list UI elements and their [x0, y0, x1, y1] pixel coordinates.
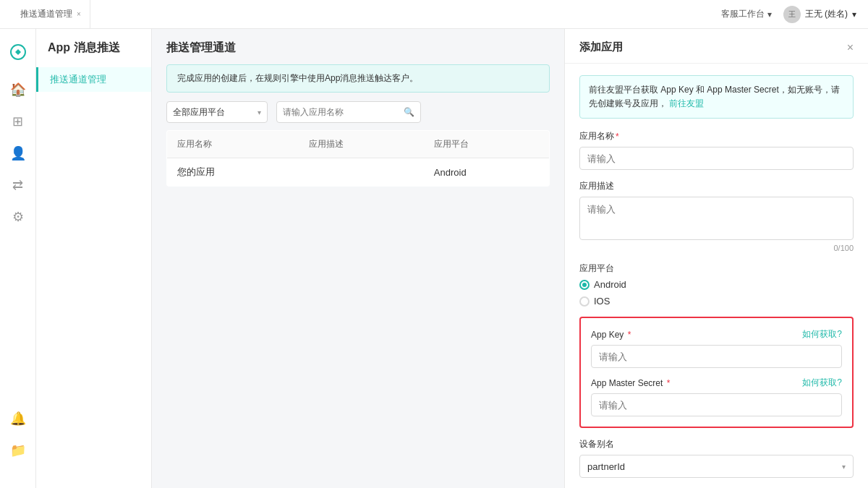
form-group-app-name: 应用名称 * — [579, 130, 854, 170]
app-name-label: 应用名称 * — [579, 130, 854, 142]
home-icon[interactable]: 🏠 — [4, 75, 33, 104]
form-group-app-desc: 应用描述 0/100 — [579, 180, 854, 252]
col-header-desc: 应用描述 — [299, 131, 424, 158]
tab-push-channel[interactable]: 推送通道管理 × — [12, 0, 90, 29]
info-tip-text: 前往友盟平台获取 App Key 和 App Master Secret，如无账… — [589, 85, 840, 108]
topbar: 推送通道管理 × 客服工作台 ▾ 王 王无 (姓名) ▾ — [0, 0, 868, 29]
exchange-icon[interactable]: ⇄ — [4, 171, 33, 200]
radio-ios-circle — [579, 296, 590, 307]
field-row-app-key: App Key * 如何获取? — [591, 328, 842, 368]
app-master-secret-header: App Master Secret * 如何获取? — [591, 377, 842, 389]
user-chevron: ▾ — [852, 9, 856, 20]
device-alias-chevron-icon: ▾ — [842, 463, 846, 471]
sidebar-icons: 🏠 ⊞ 👤 ⇄ ⚙ 🔔 📁 — [0, 29, 36, 488]
search-icon: 🔍 — [404, 107, 414, 117]
user-icon[interactable]: 👤 — [4, 139, 33, 168]
nav-item-push-channel[interactable]: 推送通道管理 — [36, 67, 151, 92]
app-name-required: * — [616, 132, 619, 142]
service-label: 客服工作台 — [721, 8, 765, 20]
info-banner-text: 完成应用的创建后，在规则引擎中使用App消息推送触达客户。 — [177, 73, 418, 83]
radio-ios-label: IOS — [594, 296, 610, 307]
right-panel: 添加应用 × 前往友盟平台获取 App Key 和 App Master Sec… — [564, 29, 868, 488]
user-info[interactable]: 王 王无 (姓名) ▾ — [783, 6, 856, 23]
content-header: 推送管理通道 — [152, 29, 564, 64]
panel-header: 添加应用 × — [565, 29, 868, 64]
col-header-name: 应用名称 — [167, 131, 299, 158]
app-master-secret-link[interactable]: 如何获取? — [802, 377, 842, 389]
service-button[interactable]: 客服工作台 ▾ — [721, 8, 772, 20]
info-banner: 完成应用的创建后，在规则引擎中使用App消息推送触达客户。 — [166, 64, 550, 93]
app-master-secret-required: * — [667, 378, 671, 388]
field-row-app-master-secret: App Master Secret * 如何获取? — [591, 377, 842, 416]
nav-panel: App 消息推送 推送通道管理 — [36, 29, 152, 488]
app-key-label: App Key * — [591, 330, 631, 340]
platform-select[interactable]: 全部应用平台 ▾ — [166, 101, 268, 123]
data-table: 应用名称 应用描述 应用平台 您的应用 Android — [166, 130, 550, 187]
cell-platform: Android — [424, 158, 550, 187]
app-master-secret-input[interactable] — [591, 393, 842, 416]
char-count: 0/100 — [579, 244, 854, 252]
radio-ios[interactable]: IOS — [579, 296, 854, 307]
app-key-input[interactable] — [591, 345, 842, 368]
device-alias-select[interactable]: partnerId ▾ — [579, 455, 854, 478]
panel-close-icon[interactable]: × — [847, 41, 854, 54]
device-alias-label: 设备别名 — [579, 438, 854, 450]
app-desc-label: 应用描述 — [579, 180, 854, 192]
search-input[interactable] — [283, 107, 399, 117]
sidebar-bottom: 🔔 📁 — [0, 404, 35, 476]
app-desc-textarea[interactable] — [579, 197, 854, 240]
app-master-secret-label: App Master Secret * — [591, 378, 670, 388]
grid-icon[interactable]: ⊞ — [4, 107, 33, 136]
tab-close-icon[interactable]: × — [77, 10, 81, 18]
tab-label: 推送通道管理 — [20, 8, 72, 20]
device-alias-value: partnerId — [587, 461, 625, 472]
platform-chevron-icon: ▾ — [258, 108, 261, 116]
app-key-required: * — [628, 330, 631, 340]
main-layout: 🏠 ⊞ 👤 ⇄ ⚙ 🔔 📁 App 消息推送 推送通道管理 推送管理通道 完成应… — [0, 29, 868, 488]
radio-android[interactable]: Android — [579, 279, 854, 290]
logo-icon[interactable] — [4, 38, 33, 67]
radio-group-platform: Android IOS — [579, 279, 854, 307]
form-group-platform: 应用平台 Android IOS — [579, 262, 854, 307]
panel-info-tip: 前往友盟平台获取 App Key 和 App Master Secret，如无账… — [579, 75, 854, 119]
app-name-input[interactable] — [579, 147, 854, 170]
panel-title: 添加应用 — [579, 40, 623, 54]
panel-body: 前往友盟平台获取 App Key 和 App Master Secret，如无账… — [565, 64, 868, 488]
radio-android-circle — [579, 280, 590, 290]
cell-name: 您的应用 — [167, 158, 299, 187]
platform-select-value: 全部应用平台 — [173, 106, 225, 119]
bell-icon[interactable]: 🔔 — [4, 404, 33, 433]
user-label: 王无 (姓名) — [805, 8, 848, 20]
info-tip-link[interactable]: 前往友盟 — [669, 98, 704, 108]
nav-item-label: 推送通道管理 — [50, 74, 106, 85]
nav-title: App 消息推送 — [36, 40, 151, 67]
table-toolbar: 全部应用平台 ▾ 🔍 — [152, 101, 564, 130]
settings-icon[interactable]: ⚙ — [4, 202, 33, 231]
form-group-device-alias: 设备别名 partnerId ▾ — [579, 438, 854, 478]
page-title: 推送管理通道 — [166, 40, 550, 56]
service-chevron: ▾ — [767, 9, 772, 20]
app-key-link[interactable]: 如何获取? — [802, 328, 842, 341]
cell-desc — [299, 158, 424, 187]
col-header-platform: 应用平台 — [424, 131, 550, 158]
app-key-header: App Key * 如何获取? — [591, 328, 842, 341]
radio-android-label: Android — [594, 279, 626, 290]
topbar-right: 客服工作台 ▾ 王 王无 (姓名) ▾ — [721, 6, 856, 23]
table-row[interactable]: 您的应用 Android — [167, 158, 550, 187]
bordered-section: App Key * 如何获取? App Master Secret * — [579, 317, 854, 428]
content-area: 推送管理通道 完成应用的创建后，在规则引擎中使用App消息推送触达客户。 全部应… — [152, 29, 564, 488]
folder-icon[interactable]: 📁 — [4, 436, 33, 465]
platform-label: 应用平台 — [579, 262, 854, 275]
tab-bar: 推送通道管理 × — [12, 0, 90, 29]
avatar: 王 — [783, 6, 801, 23]
search-box: 🔍 — [276, 101, 421, 123]
